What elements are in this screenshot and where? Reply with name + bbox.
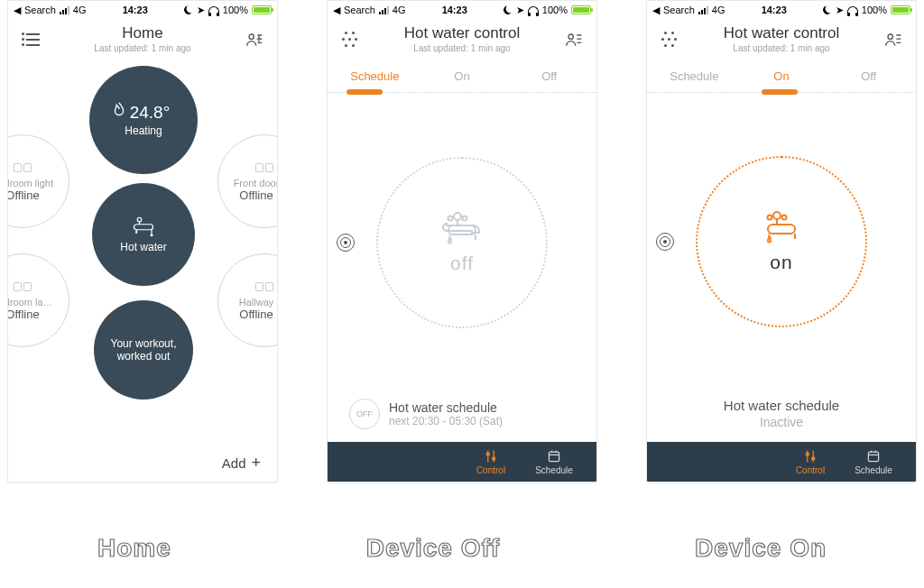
location-icon: ➤ [836,5,844,16]
svg-rect-11 [14,164,21,172]
tab-bar: Control Schedule [647,442,916,482]
tab-schedule[interactable]: Schedule [522,442,586,482]
schedule-next: next 20:30 - 05:30 (Sat) [389,415,503,427]
schedule-title: Hot water schedule [724,398,839,413]
svg-point-10 [151,234,152,236]
back-chevron-icon: ◀ [14,5,21,16]
svg-point-32 [493,456,495,459]
device-state: Offline [7,188,40,202]
sliders-icon [484,449,498,464]
tile-bedroom-la[interactable]: Bedroom la… Offline [7,253,69,347]
segment-label: Schedule [350,69,399,83]
workout-line2: worked out [117,350,171,363]
people-icon [245,32,263,47]
location-icon: ➤ [197,5,205,16]
svg-point-25 [463,216,467,220]
svg-rect-15 [255,164,263,172]
plus-icon: + [251,454,261,473]
recenter-button[interactable] [337,234,355,252]
segment-label: Schedule [670,69,718,83]
tile-hallway[interactable]: Hallway Offline [217,253,278,347]
people-button[interactable] [560,26,587,53]
svg-point-50 [812,456,815,459]
tab-schedule[interactable]: Schedule [842,442,905,482]
tab-control[interactable]: Control [779,442,842,482]
tab-bar: Control Schedule [328,442,596,482]
people-button[interactable] [880,26,907,53]
status-bar: ◀ Search 4G 14:23 ➤ 100% [8,1,277,19]
tile-front-door[interactable]: Front door Offline [217,134,278,228]
signal-icon [60,6,69,14]
network-label: 4G [712,5,725,15]
page-subtitle: Last updated: 1 min ago [328,43,596,53]
segment-off[interactable]: Off [825,64,912,92]
svg-rect-8 [134,225,153,230]
add-label: Add [222,455,246,471]
menu-button[interactable] [17,26,44,53]
people-icon [565,32,583,47]
segment-on[interactable]: On [738,64,826,92]
device-name: Bedroom light [7,178,53,188]
svg-rect-33 [549,452,559,461]
apps-icon [342,32,358,48]
svg-point-30 [486,453,489,455]
tap-icon [759,210,804,246]
schedule-summary[interactable]: Hot water schedule Inactive [647,390,916,442]
tile-hotwater[interactable]: Hot water [92,183,195,286]
people-icon [884,32,902,47]
battery-pct-label: 100% [223,5,248,15]
phone-device-on: ◀ Search 4G 14:23 ➤ 100% [646,0,917,482]
add-button[interactable]: Add + [222,454,261,473]
battery-pct-label: 100% [542,5,568,15]
plug-icon [254,280,274,294]
tile-heating[interactable]: 24.8° Heating [89,66,198,174]
apps-button[interactable] [337,26,364,53]
back-chevron-icon: ◀ [652,5,660,16]
sliders-icon [803,449,818,464]
svg-point-24 [448,216,453,220]
tab-label: Schedule [855,465,892,475]
do-not-disturb-icon [821,4,834,16]
people-button[interactable] [241,26,268,53]
segment-schedule[interactable]: Schedule [331,64,419,92]
do-not-disturb-icon [182,4,195,16]
svg-point-48 [806,453,808,455]
caption-on: Device On [695,534,827,563]
recenter-button[interactable] [656,233,674,251]
list-icon [22,33,40,46]
segment-schedule[interactable]: Schedule [651,64,738,92]
tab-label: Schedule [535,465,573,475]
schedule-summary[interactable]: OFF Hot water schedule next 20:30 - 05:3… [328,391,596,442]
dial-area: off [328,93,596,391]
segment-label: Off [861,69,876,83]
svg-point-6 [137,217,142,222]
segment-on[interactable]: On [419,64,506,92]
dial-area: on [647,93,916,390]
battery-icon [571,5,591,14]
heating-temp: 24.8° [130,103,171,123]
device-name: Bedroom la… [7,297,53,308]
header: Hot water control Last updated: 1 min ag… [647,19,916,57]
headphones-icon [208,6,219,14]
svg-rect-51 [868,452,878,461]
tab-control[interactable]: Control [459,442,522,482]
segment-off[interactable]: Off [505,64,593,92]
phone-home: ◀ Search 4G 14:23 ➤ 100% Home [7,0,278,482]
svg-rect-12 [23,164,31,172]
location-icon: ➤ [516,5,524,16]
tab-label: Control [796,465,825,475]
carrier-label: Search [344,5,375,15]
svg-point-42 [768,216,772,220]
svg-rect-18 [265,283,273,291]
dial-state-label: on [770,252,792,273]
calendar-icon [547,449,561,464]
state-dial[interactable]: on [696,156,867,327]
state-dial[interactable]: off [376,157,548,328]
page-subtitle: Last updated: 1 min ago [647,43,916,53]
flame-icon [109,100,129,120]
tile-workout[interactable]: Your workout, worked out [94,300,193,400]
apps-button[interactable] [656,26,683,53]
heating-label: Heating [125,124,162,137]
clock-label: 14:23 [762,5,787,15]
tile-bedroom-light[interactable]: Bedroom light Offline [7,134,69,228]
